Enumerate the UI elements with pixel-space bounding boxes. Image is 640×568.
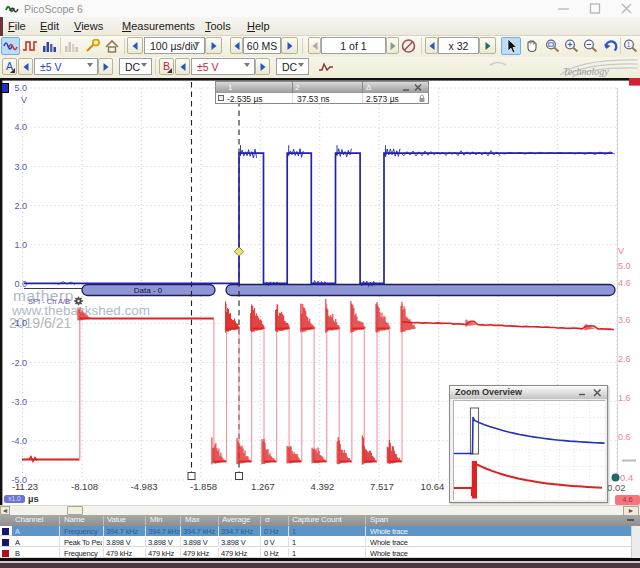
svg-text:2.0: 2.0	[14, 201, 27, 211]
svg-text:7.517: 7.517	[370, 481, 394, 492]
svg-text:-1.858: -1.858	[190, 481, 217, 492]
svg-text:-1.0: -1.0	[11, 318, 27, 328]
svg-text:3.6: 3.6	[618, 315, 631, 325]
svg-text:3.0: 3.0	[14, 162, 27, 172]
svg-text:0.6: 0.6	[618, 432, 631, 442]
svg-text:5.0: 5.0	[618, 261, 631, 271]
svg-text:1.0: 1.0	[14, 240, 27, 250]
svg-text:Technology: Technology	[563, 66, 609, 77]
svg-text:4.0: 4.0	[14, 122, 27, 132]
svg-text:1: 1	[626, 41, 630, 48]
svg-text:-4.983: -4.983	[131, 481, 158, 492]
svg-text:-8.108: -8.108	[71, 481, 98, 492]
svg-text:-11.23: -11.23	[12, 481, 38, 492]
svg-text:0.0: 0.0	[14, 279, 27, 289]
svg-text:V: V	[21, 95, 27, 105]
svg-text:4.392: 4.392	[311, 481, 335, 492]
svg-text:SPI - Ch A/B: SPI - Ch A/B	[28, 297, 70, 306]
svg-text:1.267: 1.267	[251, 481, 275, 492]
svg-text:10.64: 10.64	[421, 481, 445, 492]
svg-text:2.6: 2.6	[618, 354, 631, 364]
svg-text:1.6: 1.6	[618, 393, 631, 403]
svg-text:V: V	[618, 246, 624, 256]
svg-text:Data - 0: Data - 0	[134, 286, 163, 295]
svg-text:-2.0: -2.0	[11, 358, 27, 368]
svg-text:-4.0: -4.0	[11, 436, 27, 446]
svg-text:0.02: 0.02	[607, 482, 626, 493]
svg-text:-3.0: -3.0	[11, 397, 27, 407]
svg-text:5.0: 5.0	[14, 83, 27, 93]
svg-text:4.6: 4.6	[618, 278, 631, 288]
